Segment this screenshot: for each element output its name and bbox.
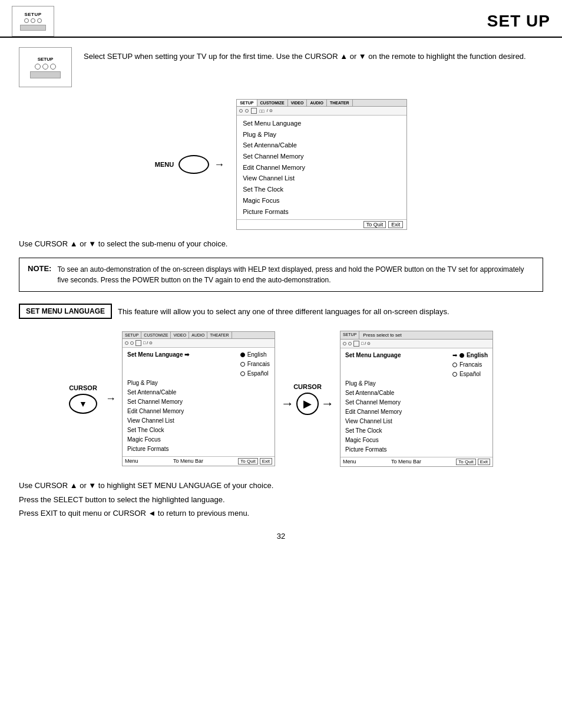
right-item-5: Edit Channel Memory	[345, 407, 488, 417]
left-cursor-area: CURSOR ▼	[69, 384, 97, 414]
icon-circle2	[245, 109, 249, 113]
note-label: NOTE:	[28, 264, 51, 273]
left-lang-options: English Francais Español	[240, 350, 270, 378]
intro-circle2	[42, 64, 48, 70]
right-label-francais: Francais	[459, 360, 482, 370]
left-option-francais: Francais	[240, 360, 270, 369]
left-tab-setup: SETUP	[123, 332, 141, 338]
main-menu-items: Set Menu Language Plug & Play Set Antenn…	[237, 116, 406, 219]
left-item-3: Set Antenna/Cable	[127, 388, 270, 397]
left-footer-tomenubar: To Menu Bar	[173, 458, 203, 465]
right-footer-tomenubar: To Menu Bar	[391, 459, 421, 465]
left-footer-exit: Exit	[260, 458, 272, 465]
right-radio-francais	[452, 363, 457, 367]
note-text: To see an auto-demonstration of the on-s…	[57, 264, 534, 285]
right-lang-options: ➡ English Francais Español	[452, 351, 488, 379]
page-number: 32	[19, 532, 543, 541]
right-item-8: Magic Focus	[345, 436, 488, 445]
intro-setup-icon: SETUP	[19, 47, 72, 87]
feature-header: SET MENU LANGUAGE This feature will allo…	[19, 304, 543, 319]
right-option-francais: Francais	[452, 360, 488, 370]
right-item-2: Plug & Play	[345, 379, 488, 388]
left-item-8: Magic Focus	[127, 435, 270, 444]
instruction-line3: Press EXIT to quit menu or CURSOR ◄ to r…	[19, 506, 543, 520]
menu-item-3: Set Antenna/Cable	[243, 140, 401, 151]
left-cursor-oval: ▼	[69, 394, 97, 414]
right-footer-menu: Menu	[343, 459, 356, 465]
main-menu-footer: To Quit Exit	[237, 219, 406, 229]
left-lang-menu-box: SETUP CUSTOMIZE VIDEO AUDIO THEATER □ / …	[122, 331, 275, 466]
right-prompt: Press select to set	[359, 331, 405, 339]
menu-item-7: Set The Clock	[243, 184, 401, 195]
left-lang-menu-content: Set Menu Language ➡ English Francais	[123, 348, 275, 456]
lang-diagrams: CURSOR ▼ → SETUP CUSTOMIZE VIDEO AUDIO T…	[19, 331, 543, 467]
cursor-right-area: CURSOR → ▶ →	[281, 383, 334, 415]
circle3	[37, 18, 42, 23]
tab-audio: AUDIO	[307, 100, 327, 106]
page-title: SET UP	[487, 12, 550, 31]
cursor-right-symbol: ▶	[303, 397, 312, 410]
menu-item-9: Picture Formats	[243, 206, 401, 218]
radio-english	[240, 353, 245, 357]
right-menu-item-lang: Set Menu Language	[345, 351, 401, 379]
left-item-9: Picture Formats	[127, 444, 270, 454]
cursor-right-arrows: → ▶ →	[281, 393, 334, 415]
cursor-down-arrow: ▼	[79, 399, 87, 409]
right-item-6: View Channel List	[345, 417, 488, 426]
center-arrow-right2: →	[321, 396, 334, 411]
instruction-line1: Use CURSOR ▲ or ▼ to highlight SET MENU …	[19, 479, 543, 492]
left-item-2: Plug & Play	[127, 378, 270, 388]
left-lang-footer: Menu To Menu Bar To Quit Exit	[123, 456, 275, 466]
menu-arrow-area: →	[178, 155, 224, 174]
tab-customize: CUSTOMIZE	[257, 100, 288, 106]
feature-badge: SET MENU LANGUAGE	[19, 304, 112, 319]
left-footer-menu: Menu	[125, 458, 138, 465]
right-footer-exit: Exit	[478, 459, 490, 465]
page-header: SETUP SET UP	[0, 0, 562, 38]
right-first-row: Set Menu Language ➡ English Francais	[345, 351, 488, 379]
left-icon-dot1	[125, 341, 128, 345]
intro-bar	[30, 71, 61, 78]
right-icon-box	[353, 341, 359, 347]
label-francais: Francais	[247, 360, 270, 369]
main-tv-menu-box: SETUP CUSTOMIZE VIDEO AUDIO THEATER □□ /…	[236, 99, 407, 230]
left-option-espanol: Español	[240, 369, 270, 378]
header-bar	[20, 25, 46, 31]
left-cursor-label: CURSOR	[69, 384, 97, 391]
right-radio-english	[459, 353, 464, 358]
intro-icon-circles	[35, 64, 56, 70]
main-content: SETUP Select SETUP when setting your TV …	[0, 47, 562, 541]
left-tab-video: VIDEO	[171, 332, 189, 338]
right-lang-menu-content: Set Menu Language ➡ English Francais	[340, 348, 492, 457]
tab-video: VIDEO	[288, 100, 308, 106]
left-item-7: Set The Clock	[127, 426, 270, 435]
menu-item-4: Set Channel Memory	[243, 151, 401, 162]
menu-label: MENU	[155, 161, 174, 168]
icon-box	[251, 108, 257, 114]
right-radio-espanol	[452, 372, 457, 377]
right-option-english: ➡ English	[452, 351, 488, 360]
main-menu-tabs: SETUP CUSTOMIZE VIDEO AUDIO THEATER	[237, 100, 406, 107]
label-espanol: Español	[247, 369, 269, 378]
center-arrow-right: →	[281, 396, 294, 411]
feature-desc: This feature will allow you to select an…	[118, 307, 449, 316]
menu-oval	[178, 155, 209, 174]
cursor-right-oval: ▶	[296, 393, 319, 415]
menu-diagram-section: MENU → SETUP CUSTOMIZE VIDEO AUDIO THEAT…	[19, 99, 543, 230]
right-footer-toquit: To Quit	[456, 459, 475, 465]
left-tab-theater: THEATER	[207, 332, 232, 338]
menu-item-5: Edit Channel Memory	[243, 162, 401, 173]
left-icon-box	[135, 340, 141, 346]
instructions: Use CURSOR ▲ or ▼ to highlight SET MENU …	[19, 479, 543, 520]
intro-circle1	[35, 64, 41, 70]
right-footer-right: To Quit Exit	[456, 459, 490, 465]
menu-item-6: View Channel List	[243, 173, 401, 184]
tab-setup: SETUP	[237, 100, 257, 106]
right-label-english: English	[467, 351, 488, 360]
header-setup-label: SETUP	[24, 12, 41, 17]
right-option-espanol: Español	[452, 370, 488, 379]
left-lang-tabs: SETUP CUSTOMIZE VIDEO AUDIO THEATER	[123, 332, 275, 339]
right-label-espanol: Español	[459, 370, 481, 379]
cursor-right-label: CURSOR	[293, 383, 322, 390]
left-footer-right: To Quit Exit	[238, 458, 272, 465]
